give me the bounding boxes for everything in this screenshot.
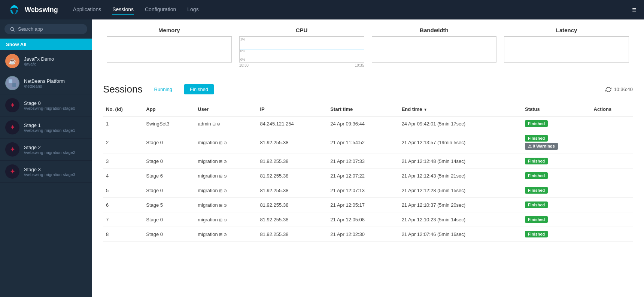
avatar-stage1: ✦ <box>5 120 19 134</box>
cell-status: Finished <box>522 154 591 169</box>
cell-start: 21 Apr 12:02:30 <box>327 227 398 242</box>
cell-id: 3 <box>103 154 143 169</box>
cell-actions <box>591 212 633 227</box>
svg-rect-6 <box>12 83 16 87</box>
webswing-logo-icon <box>7 3 21 16</box>
cell-end: 21 Apr 12:12:43 (5min 21sec) <box>399 169 522 183</box>
cell-end: 21 Apr 12:12:48 (5min 14sec) <box>399 154 522 169</box>
brand-logo: Webswing <box>7 3 58 16</box>
svg-text:✦: ✦ <box>10 124 15 131</box>
user-os-icon: ⊞ ⊙ <box>212 122 220 126</box>
brand-name: Webswing <box>25 6 58 14</box>
sidebar-item-netbeans-path: /netbeans <box>24 84 65 88</box>
cell-actions <box>591 154 633 169</box>
cpu-label-end: 10:35 <box>355 63 364 67</box>
cell-status: Finished <box>522 169 591 183</box>
cell-start: 21 Apr 12:05:08 <box>327 212 398 227</box>
tab-running-button[interactable]: Running <box>148 84 179 95</box>
cell-user: migration ⊞ ⊙ <box>195 131 257 154</box>
table-row: 5 Stage 0 migration ⊞ ⊙ 81.92.255.38 21 … <box>103 183 633 198</box>
sidebar-item-stage2[interactable]: ✦ Stage 2 /webswing-migration-stage2 <box>0 139 92 161</box>
cell-status: Finished <box>522 198 591 212</box>
cell-app: Stage 0 <box>143 212 195 227</box>
memory-chart-title: Memory <box>107 27 232 33</box>
nav-configuration[interactable]: Configuration <box>145 5 176 15</box>
sidebar-item-javafx[interactable]: ☕ JavaFx Demo /javafx <box>0 50 92 72</box>
cell-actions <box>591 116 633 131</box>
cell-id: 7 <box>103 212 143 227</box>
status-badge: Finished <box>525 201 548 208</box>
tab-finished-button[interactable]: Finished <box>184 84 214 94</box>
cell-end: 21 Apr 12:10:23 (5min 14sec) <box>399 212 522 227</box>
table-row: 3 Stage 0 migration ⊞ ⊙ 81.92.255.38 21 … <box>103 154 633 169</box>
refresh-icon[interactable] <box>605 87 611 93</box>
sidebar-item-javafx-name: JavaFx Demo <box>24 56 54 62</box>
cell-status: Finished <box>522 116 591 131</box>
sidebar-item-netbeans[interactable]: NetBeans Platform /netbeans <box>0 72 92 94</box>
svg-rect-5 <box>9 79 12 83</box>
search-input[interactable] <box>18 26 82 32</box>
nav-applications[interactable]: Applications <box>73 5 101 15</box>
latency-chart-area <box>504 36 629 63</box>
svg-point-0 <box>10 27 13 30</box>
table-row: 4 Stage 6 migration ⊞ ⊙ 81.92.255.38 21 … <box>103 169 633 183</box>
cell-ip: 81.92.255.38 <box>257 169 327 183</box>
svg-text:✦: ✦ <box>10 101 15 109</box>
cell-end: 21 Apr 12:10:37 (5min 20sec) <box>399 198 522 212</box>
cell-id: 5 <box>103 183 143 198</box>
table-row: 1 SwingSet3 admin ⊞ ⊙ 84.245.121.254 24 … <box>103 116 633 131</box>
sidebar-item-stage0[interactable]: ✦ Stage 0 /webswing-migration-stage0 <box>0 94 92 116</box>
bandwidth-chart: Bandwidth <box>368 27 501 68</box>
refresh-time: 10:36:40 <box>605 87 633 93</box>
table-row: 2 Stage 0 migration ⊞ ⊙ 81.92.255.38 21 … <box>103 131 633 154</box>
cell-ip: 81.92.255.38 <box>257 131 327 154</box>
cell-id: 1 <box>103 116 143 131</box>
cell-start: 21 Apr 11:54:52 <box>327 131 398 154</box>
memory-chart-area <box>107 36 232 63</box>
cell-status: Finished <box>522 212 591 227</box>
avatar-stage2: ✦ <box>5 142 19 157</box>
user-os-icon: ⊞ ⊙ <box>219 203 227 207</box>
cell-app: Stage 0 <box>143 227 195 242</box>
nav-sessions[interactable]: Sessions <box>112 5 134 15</box>
user-os-icon: ⊞ ⊙ <box>219 188 227 193</box>
sidebar-item-stage1[interactable]: ✦ Stage 1 /webswing-migration-stage1 <box>0 116 92 139</box>
sidebar-item-stage3[interactable]: ✦ Stage 3 /webswing-migration-stage3 <box>0 161 92 183</box>
sidebar-item-stage0-path: /webswing-migration-stage0 <box>24 106 75 110</box>
cpu-label-start: 10:30 <box>239 63 249 67</box>
menu-icon[interactable]: ≡ <box>632 6 637 14</box>
cell-status: Finished <box>522 183 591 198</box>
cell-actions <box>591 169 633 183</box>
col-id: No. (Id) <box>103 103 143 116</box>
cell-ip: 81.92.255.38 <box>257 183 327 198</box>
memory-chart: Memory <box>103 27 236 68</box>
col-ip: IP <box>257 103 327 116</box>
col-status: Status <box>522 103 591 116</box>
sessions-table: No. (Id) App User IP Start time End time… <box>103 103 633 242</box>
sort-end-icon: ▼ <box>423 107 427 112</box>
status-badge: Finished <box>525 158 548 164</box>
col-actions: Actions <box>591 103 633 116</box>
search-icon <box>10 27 15 32</box>
cell-end: 21 Apr 12:13:57 (19min 5sec) <box>399 131 522 154</box>
table-row: 8 Stage 0 migration ⊞ ⊙ 81.92.255.38 21 … <box>103 227 633 242</box>
cell-app: Stage 5 <box>143 198 195 212</box>
bandwidth-chart-title: Bandwidth <box>372 27 497 33</box>
sidebar-item-javafx-path: /javafx <box>24 62 54 66</box>
cell-actions <box>591 227 633 242</box>
cell-app: Stage 6 <box>143 169 195 183</box>
col-end: End time ▼ <box>399 103 522 116</box>
warning-badge: ⚠ 0 Warnings <box>525 143 558 150</box>
sessions-title: Sessions <box>103 84 143 95</box>
cell-app: SwingSet3 <box>143 116 195 131</box>
cell-end: 21 Apr 12:07:46 (5min 16sec) <box>399 227 522 242</box>
main-layout: Show All ☕ JavaFx Demo /javafx NetBeans … <box>0 19 644 297</box>
cell-user: migration ⊞ ⊙ <box>195 169 257 183</box>
show-all-button[interactable]: Show All <box>0 39 92 50</box>
nav-logs[interactable]: Logs <box>187 5 198 15</box>
avatar-netbeans <box>5 76 19 90</box>
search-box[interactable] <box>4 24 87 34</box>
svg-point-4 <box>6 77 19 90</box>
table-row: 6 Stage 5 migration ⊞ ⊙ 81.92.255.38 21 … <box>103 198 633 212</box>
col-start: Start time <box>327 103 398 116</box>
